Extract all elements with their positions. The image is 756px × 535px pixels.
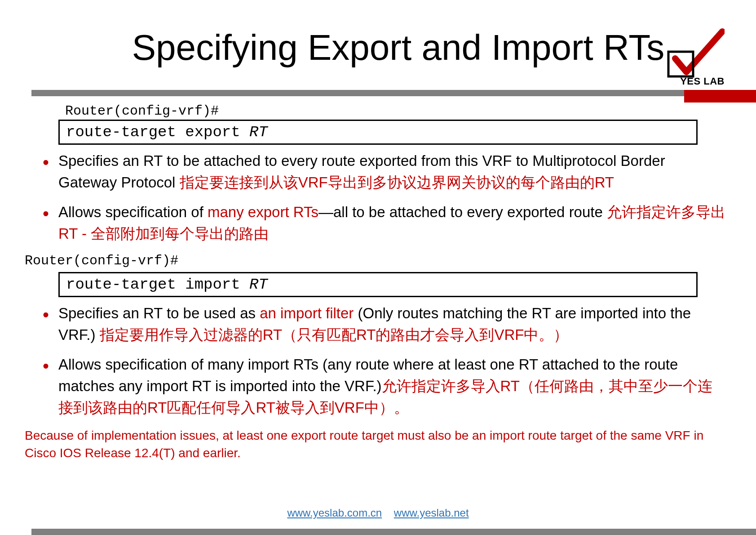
- bullet-text-en-a: Specifies an RT to be used as: [58, 305, 260, 321]
- footnote: Because of implementation issues, at lea…: [25, 427, 704, 462]
- code-box-export: route-target export RT: [58, 120, 698, 145]
- bullet-text-zh: 指定要用作导入过滤器的RT（只有匹配RT的路由才会导入到VRF中。）: [100, 326, 569, 343]
- bullet-text-zh: 指定要连接到从该VRF导出到多协议边界网关协议的每个路由的RT: [180, 174, 614, 191]
- bullet-item: Specifies an RT to be attached to every …: [40, 150, 727, 193]
- bullet-text-red: an import filter: [260, 305, 354, 321]
- cli-param-export: RT: [249, 124, 268, 141]
- bullet-item: Allows specification of many import RTs …: [40, 354, 727, 419]
- bullet-text-red: many export RTs: [208, 204, 318, 220]
- title-area: Specifying Export and Import RTs YES LAB: [31, 27, 725, 94]
- bullet-item: Specifies an RT to be used as an import …: [40, 303, 727, 346]
- content-area: Router(config-vrf)# route-target export …: [25, 103, 731, 462]
- footer-divider: [31, 529, 756, 535]
- logo: YES LAB: [644, 27, 725, 90]
- link-yeslab-cn[interactable]: www.yeslab.com.cn: [287, 507, 382, 519]
- bullet-list-export: Specifies an RT to be attached to every …: [40, 150, 727, 244]
- footer-links: www.yeslab.com.cn www.yeslab.net: [0, 507, 756, 519]
- cli-command-import: route-target import: [66, 276, 249, 293]
- slide: Specifying Export and Import RTs YES LAB…: [0, 0, 756, 535]
- bullet-item: Allows specification of many export RTs—…: [40, 201, 727, 245]
- header-accent: [684, 90, 756, 103]
- bullet-text-en-b: —all to be attached to every exported ro…: [318, 204, 607, 220]
- logo-brand-text: YES LAB: [680, 76, 725, 87]
- bullet-list-import: Specifies an RT to be used as an import …: [40, 303, 727, 418]
- bullet-text-en-a: Allows specification of: [58, 204, 208, 220]
- code-box-import: route-target import RT: [58, 272, 698, 297]
- link-yeslab-net[interactable]: www.yeslab.net: [394, 507, 469, 519]
- page-title: Specifying Export and Import RTs: [31, 27, 725, 68]
- cli-param-import: RT: [249, 276, 268, 293]
- cli-prompt-import: Router(config-vrf)#: [25, 253, 731, 268]
- cli-command-export: route-target export: [66, 124, 249, 141]
- cli-prompt-export: Router(config-vrf)#: [65, 103, 731, 119]
- header-divider: [31, 90, 756, 96]
